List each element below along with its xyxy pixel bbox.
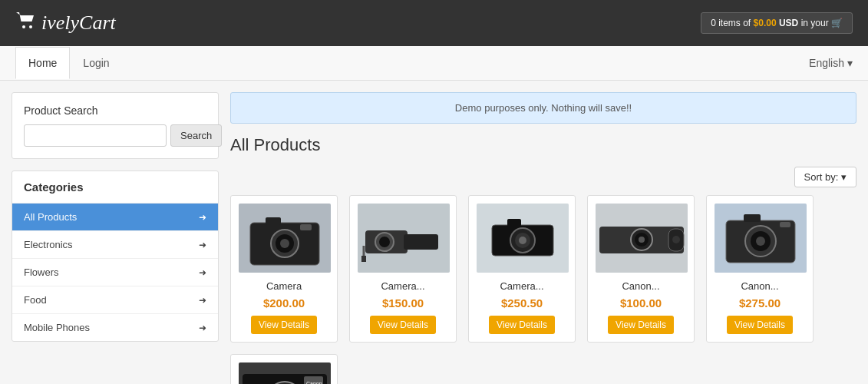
product-name: Canon...	[715, 280, 805, 292]
view-details-button[interactable]: View Details	[251, 316, 317, 334]
nav-links: Home Login	[15, 47, 123, 79]
content-area: Demo purposes only. Nothing will save!! …	[230, 92, 856, 384]
product-name: Canon...	[596, 280, 686, 292]
svg-rect-11	[404, 234, 438, 250]
language-label: English	[809, 57, 844, 69]
arrow-right-icon: ➜	[199, 267, 206, 278]
product-image	[477, 204, 569, 273]
language-selector[interactable]: English ▾	[806, 57, 853, 69]
sidebar: Product Search Search Categories All Pro…	[12, 92, 219, 384]
svg-point-6	[280, 239, 289, 248]
main-layout: Product Search Search Categories All Pro…	[0, 81, 868, 384]
product-price: $250.50	[477, 296, 567, 310]
sort-bar: Sort by: ▾	[230, 167, 856, 187]
arrow-right-icon: ➜	[199, 240, 206, 250]
product-image	[715, 204, 807, 273]
search-title: Product Search	[24, 104, 206, 117]
svg-point-20	[519, 237, 526, 244]
logo-text: ivelyCart	[41, 12, 116, 35]
arrow-right-icon: ➜	[199, 323, 206, 333]
products-grid: Camera $200.00 View Details	[230, 195, 856, 384]
svg-point-1	[29, 25, 32, 28]
view-details-button[interactable]: View Details	[489, 316, 555, 334]
category-label: Electronics	[24, 239, 73, 250]
svg-point-28	[672, 236, 680, 243]
svg-point-26	[639, 237, 645, 243]
category-mobile-phones[interactable]: Mobile Phones ➜	[12, 314, 218, 341]
product-price: $275.00	[715, 296, 805, 310]
category-label: Flowers	[24, 266, 59, 278]
cart-count: 0 items of	[711, 18, 751, 28]
cart-info[interactable]: 0 items of $0.00 USD in your 🛒	[701, 12, 853, 34]
view-details-button[interactable]: View Details	[370, 316, 436, 334]
svg-rect-15	[361, 256, 366, 262]
demo-banner: Demo purposes only. Nothing will save!!	[230, 92, 856, 124]
search-form: Search	[24, 124, 206, 147]
product-price: $200.00	[239, 296, 329, 310]
product-image: Canon	[239, 362, 331, 384]
svg-point-33	[756, 237, 765, 246]
product-card: Camera... $250.50 View Details	[468, 195, 576, 343]
svg-text:Canon: Canon	[306, 381, 322, 384]
product-image	[239, 204, 331, 273]
logo[interactable]: ivelyCart	[15, 12, 116, 35]
svg-rect-21	[507, 219, 521, 227]
categories-title: Categories	[12, 171, 218, 204]
sort-label: Sort by:	[804, 171, 839, 183]
cart-suffix: in your	[801, 18, 829, 28]
cart-logo-icon	[15, 12, 37, 35]
product-card: Camera $200.00 View Details	[230, 195, 338, 343]
svg-point-0	[22, 25, 25, 28]
svg-rect-35	[780, 222, 790, 227]
product-card: Camera... $150.00 View Details	[349, 195, 457, 343]
sort-chevron-icon: ▾	[841, 171, 847, 183]
svg-rect-34	[744, 214, 761, 222]
nav-home[interactable]: Home	[15, 47, 70, 79]
navbar: Home Login English ▾	[0, 46, 868, 81]
category-electronics[interactable]: Electronics ➜	[12, 231, 218, 259]
nav-login[interactable]: Login	[70, 47, 122, 79]
search-input[interactable]	[24, 124, 167, 147]
svg-rect-8	[300, 224, 312, 230]
product-name: Camera	[239, 280, 329, 292]
category-flowers[interactable]: Flowers ➜	[12, 259, 218, 286]
product-search-box: Product Search Search	[12, 92, 219, 159]
category-label: All Products	[24, 211, 77, 223]
category-label: Mobile Phones	[24, 322, 90, 333]
view-details-button[interactable]: View Details	[727, 316, 793, 334]
arrow-right-icon: ➜	[199, 212, 206, 223]
cart-currency: USD	[779, 18, 798, 28]
category-all-products[interactable]: All Products ➜	[12, 204, 218, 231]
category-label: Food	[24, 294, 47, 306]
svg-rect-7	[266, 217, 281, 225]
sort-button[interactable]: Sort by: ▾	[794, 167, 856, 187]
view-details-button[interactable]: View Details	[608, 316, 674, 334]
product-name: Camera...	[477, 280, 567, 292]
svg-point-13	[379, 237, 390, 247]
header: ivelyCart 0 items of $0.00 USD in your 🛒	[0, 0, 868, 46]
arrow-right-icon: ➜	[199, 295, 206, 306]
chevron-down-icon: ▾	[847, 57, 853, 69]
product-card: Canon... $100.00 View Details	[587, 195, 695, 343]
category-food[interactable]: Food ➜	[12, 286, 218, 314]
product-card: Canon Canon... $300.00 View Details	[230, 354, 338, 384]
product-image	[596, 204, 688, 273]
cart-amount: $0.00	[754, 18, 777, 28]
page-title: All Products	[230, 135, 856, 155]
product-price: $100.00	[596, 296, 686, 310]
product-image	[358, 204, 450, 273]
search-button[interactable]: Search	[170, 124, 222, 147]
product-card: Canon... $275.00 View Details	[706, 195, 814, 343]
categories-box: Categories All Products ➜ Electronics ➜ …	[12, 170, 219, 342]
product-price: $150.00	[358, 296, 448, 310]
product-name: Camera...	[358, 280, 448, 292]
